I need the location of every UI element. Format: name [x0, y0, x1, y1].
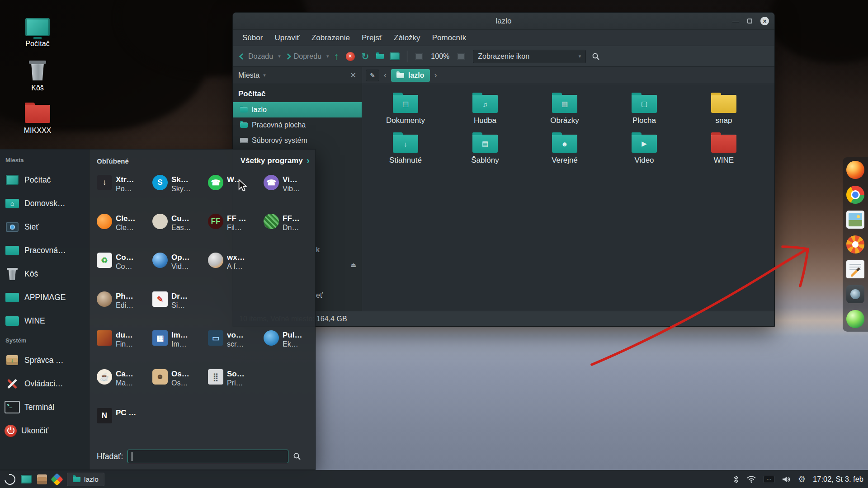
forward-history-caret-icon[interactable]: ▾	[326, 53, 329, 59]
menu-place-item[interactable]: Sieť	[0, 215, 89, 239]
titlebar[interactable]: lazlo — ×	[233, 13, 774, 30]
menu-app-item[interactable]: ✎ Dr… Si…	[152, 291, 206, 319]
menu-app-item[interactable]: Cle… Cle…	[97, 214, 150, 241]
menu-launcher-icon[interactable]	[2, 472, 17, 487]
pinwheel-app-icon[interactable]	[51, 473, 63, 485]
home-folder-button[interactable]	[376, 54, 384, 59]
show-desktop-icon[interactable]	[21, 475, 32, 483]
sidebar-item[interactable]: lazlo	[233, 102, 362, 117]
menu-app-item[interactable]: ☎ Vi… Vib…	[264, 175, 317, 202]
clock[interactable]: 17:02, St 3. feb	[813, 475, 863, 483]
folder-item[interactable]: ▤ Šablóny	[445, 135, 525, 174]
up-button[interactable]: ↑	[331, 51, 342, 62]
folder-item[interactable]: ▤ Dokumenty	[366, 95, 445, 135]
text-editor-icon[interactable]	[846, 260, 864, 278]
photo-manager-icon[interactable]	[846, 235, 864, 253]
taskbar-window-button[interactable]: lazlo	[67, 473, 104, 486]
minimize-button[interactable]: —	[732, 18, 739, 24]
folder-item[interactable]: ♫ Hudba	[445, 95, 525, 135]
sidebar-section-computer[interactable]: Počítač	[233, 84, 362, 102]
menu-search-input[interactable]	[128, 450, 288, 463]
menu-app-item[interactable]: ☎ W…	[208, 175, 261, 202]
folder-item[interactable]: ↓ Stiahnuté	[366, 135, 445, 174]
menu-app-item[interactable]: ☻ Os… Os…	[152, 369, 206, 396]
menu-app-item[interactable]: ↓ Xtr… Po…	[97, 175, 150, 202]
back-button[interactable]: Dozadu	[237, 51, 276, 62]
crumb-scroll-left-icon[interactable]: ‹	[383, 70, 387, 80]
menu-app-item[interactable]: Cu… Eas…	[152, 214, 206, 241]
crumb-scroll-right-icon[interactable]: ›	[434, 70, 438, 80]
menu-app-item[interactable]: wx… A f…	[208, 253, 261, 280]
search-icon[interactable]	[293, 452, 301, 460]
sidebar-item[interactable]: Pracovná plocha	[233, 117, 362, 133]
sidebar-item-partial[interactable]: eť	[316, 291, 323, 300]
close-button[interactable]: ×	[760, 17, 769, 25]
forward-button[interactable]: Dopredu	[283, 51, 324, 62]
menu-place-item[interactable]: Kôš	[0, 262, 89, 286]
zoom-toggle-icon[interactable]	[457, 53, 465, 60]
menu-app-item[interactable]: FF FF … Fil…	[208, 214, 261, 241]
menu-app-item[interactable]: ☕ Ca… Ma…	[97, 369, 150, 396]
all-programs-button[interactable]: Všetky programy ›	[241, 156, 310, 166]
menu-app-item[interactable]: N PC …	[97, 408, 150, 435]
menu-place-item[interactable]: APPIMAGE	[0, 286, 89, 309]
folder-item[interactable]: ▶ Video	[604, 135, 684, 174]
view-mode-dropdown[interactable]: Zobrazenie ikon ▾	[473, 50, 586, 63]
chrome-icon[interactable]	[846, 186, 864, 204]
green-orb-icon[interactable]	[846, 310, 864, 328]
menu-app-item[interactable]: S Sk… Sky…	[152, 175, 206, 202]
menu-system-item[interactable]: Ukončiť	[0, 419, 89, 442]
stop-button[interactable]: ✕	[346, 52, 355, 61]
desktop-icon-computer[interactable]: Počítač	[13, 18, 62, 48]
image-viewer-icon[interactable]	[846, 211, 864, 229]
desktop-icon-trash[interactable]: Kôš	[13, 61, 62, 92]
menu-system-item[interactable]: Ovládaci…	[0, 372, 89, 395]
menu-place-item[interactable]: Domovsk…	[0, 192, 89, 215]
wifi-icon[interactable]	[746, 475, 756, 483]
menu-app-item[interactable]: Pul… Ek…	[264, 330, 317, 357]
sidebar-item[interactable]: Súborový systém	[233, 133, 362, 148]
back-history-caret-icon[interactable]: ▾	[278, 53, 281, 59]
breadcrumb[interactable]: lazlo	[391, 69, 430, 82]
menu-app-item[interactable]: du… Fin…	[97, 330, 150, 357]
toggle-view-icon[interactable]	[415, 53, 423, 60]
folder-item[interactable]: ▦ Obrázky	[525, 95, 604, 135]
menu-app-item[interactable]: ▦ Im… Im…	[152, 330, 206, 357]
keyboard-layout-icon[interactable]: ⋯	[764, 476, 774, 483]
menu-app-item[interactable]: Ph… Edi…	[97, 291, 150, 319]
menu-system-item[interactable]: Terminál	[0, 395, 89, 419]
menu-place-item[interactable]: WINE	[0, 309, 89, 333]
restore-button[interactable]	[747, 19, 752, 23]
file-cabinet-icon[interactable]	[37, 474, 47, 484]
menu-app-item[interactable]: Op… Vid…	[152, 253, 206, 280]
menubar-item[interactable]: Upraviť	[269, 31, 306, 45]
firefox-icon[interactable]	[846, 161, 864, 179]
refresh-button[interactable]: ↻	[359, 51, 372, 62]
sidebar-dropdown-caret-icon[interactable]: ▾	[263, 72, 266, 78]
menubar-item[interactable]: Záložky	[388, 31, 426, 45]
edit-path-button[interactable]: ✎	[366, 70, 379, 81]
menubar-item[interactable]: Pomocník	[426, 31, 472, 45]
folder-item[interactable]: snap	[684, 95, 764, 135]
gear-icon[interactable]: ⚙	[798, 475, 806, 483]
eject-icon[interactable]: ⏏	[350, 261, 356, 268]
folder-item[interactable]: WINE	[684, 135, 764, 174]
menu-app-item[interactable]: ▭ vo… scr…	[208, 330, 261, 357]
menu-app-item[interactable]: ♻ Co… Co…	[97, 253, 150, 280]
menu-place-item[interactable]: Pracovná…	[0, 239, 89, 262]
sidebar-close-icon[interactable]: ✕	[350, 71, 356, 80]
menu-system-item[interactable]: Správca …	[0, 348, 89, 372]
screenshot-tool-icon[interactable]	[846, 285, 864, 303]
menu-app-item[interactable]: FF… Dn…	[264, 214, 317, 241]
menu-app-item[interactable]: ⣿ So… Pri…	[208, 369, 261, 396]
desktop-icon-mikxxx[interactable]: MIKXXX	[13, 105, 62, 135]
volume-icon[interactable]	[782, 476, 791, 483]
menubar-item[interactable]: Súbor	[236, 31, 269, 45]
menu-place-item[interactable]: Počítač	[0, 168, 89, 192]
bluetooth-icon[interactable]	[733, 475, 739, 484]
computer-button[interactable]	[390, 52, 400, 60]
menubar-item[interactable]: Prejsť	[356, 31, 388, 45]
folder-item[interactable]: ☻ Verejné	[525, 135, 604, 174]
search-icon[interactable]	[592, 52, 600, 61]
sidebar-item-partial[interactable]: k	[316, 246, 320, 254]
